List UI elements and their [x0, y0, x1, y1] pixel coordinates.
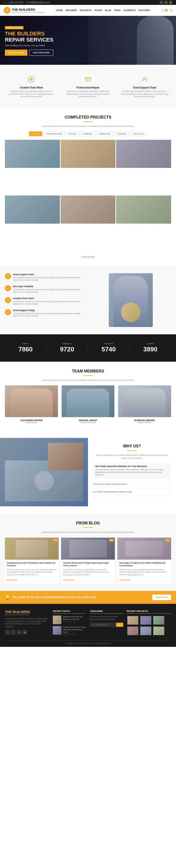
filter-marketing[interactable]: MARKETING	[96, 131, 113, 136]
project-item-6[interactable]	[116, 195, 171, 250]
why-item-plus-0[interactable]: ＋	[169, 483, 171, 486]
blog-read-more-0[interactable]: READ MORE	[7, 579, 17, 581]
nav-blog[interactable]: BLOG	[105, 9, 112, 11]
email: ✉ info@thebuilders.com	[26, 1, 50, 4]
project-item-2[interactable]	[61, 140, 116, 195]
blog-read-more-2[interactable]: READ MORE	[119, 579, 130, 581]
footer-post-title-0[interactable]: Getting Services with The Builders for C…	[63, 616, 86, 620]
blog-card-0: 24 Getting Services with The Builders Be…	[5, 537, 59, 584]
footer-post-0: Getting Services with The Builders for C…	[53, 616, 86, 624]
logo-sub: BUILDING & CONSTRUCTION SERVICES	[12, 12, 45, 13]
load-more-link[interactable]: LOAD MORE	[81, 256, 95, 258]
service-2: ♪ New Style Available Leverage agile fra…	[5, 285, 86, 293]
nav-elements[interactable]: ELEMENTS	[123, 9, 136, 11]
filter-editing[interactable]: EDITING	[66, 131, 79, 136]
filter-all[interactable]: SEE ALL	[29, 131, 42, 136]
project-item-3[interactable]	[116, 140, 171, 195]
feature-creative-team: Creative Team Work Bring to the table wi…	[5, 72, 58, 100]
footer-subscribe-title: SUBSCRIBE	[90, 610, 123, 614]
logo[interactable]: X THE BUILDERS BUILDING & CONSTRUCTION S…	[4, 7, 45, 14]
blog-read-more-1[interactable]: READ MORE	[63, 579, 74, 581]
footer-post-img-0	[53, 616, 61, 624]
why-item-label-0: Only Creative Design and Development	[93, 483, 127, 485]
feature-professional-repair: Professional Repair Capitalize on low ha…	[62, 72, 115, 100]
stat-label-3: CLIENTS	[132, 343, 169, 345]
filter-general[interactable]: GENERAL	[81, 131, 95, 136]
find-out-more-button[interactable]: FIND OUT MORE	[5, 50, 27, 56]
cart-icon[interactable]: 🛒 0	[161, 9, 168, 12]
discover-more-button[interactable]: DISCOVER MORE	[29, 50, 53, 56]
footer-project-5[interactable]	[153, 626, 164, 635]
footer-logo-text: THE BUILDERS	[5, 610, 49, 614]
nav-builders[interactable]: BUILDERS	[65, 9, 77, 11]
footer-twitter-icon[interactable]: t	[11, 630, 16, 634]
nav-pages[interactable]: PAGES	[95, 9, 102, 11]
team-desc: Organically grow the holistic world view…	[5, 379, 171, 382]
projects-section: COMPLETED PROJECTS Organically grow the …	[0, 108, 176, 266]
subscribe-button[interactable]: GO!	[116, 623, 123, 627]
footer-project-0[interactable]	[127, 616, 138, 625]
service-title-1: Great Support Team	[13, 273, 86, 276]
nav-features[interactable]: FEATURES	[138, 9, 150, 11]
nav-shop[interactable]: SHOP	[114, 9, 121, 11]
great-support-icon	[140, 74, 150, 84]
subscribe-text: Get a free tip and you will need just a …	[90, 616, 123, 621]
feature-title-2: Great Support Team	[120, 86, 169, 89]
team-member-0: ALEXANDRA MCROE Web Developer	[5, 385, 58, 423]
stat-label-2: PROJECTS	[90, 343, 127, 345]
twitter-icon[interactable]: t	[164, 1, 168, 4]
blog-date-2: 12	[166, 539, 170, 541]
project-item-4[interactable]	[5, 195, 60, 250]
stat-earnings: EARNINGS 9720	[47, 340, 88, 355]
stat-projects: PROJECTS 5740	[88, 340, 129, 355]
stat-number-3: 3890	[132, 345, 169, 353]
footer-linkedin-icon[interactable]: in	[17, 630, 22, 634]
blog-desc: Organically grow the holistic world view…	[5, 531, 171, 534]
subscribe-form: GO!	[90, 623, 123, 627]
why-us-highlight-desc: Leverage agile frameworks to provide a r…	[95, 468, 169, 476]
facebook-icon[interactable]: f	[159, 1, 163, 4]
features-section: Creative Team Work Bring to the table wi…	[0, 65, 176, 108]
footer-post-img-1	[53, 626, 61, 634]
member-name-2: BARBARA BROWN	[118, 419, 171, 422]
filter-construction[interactable]: CONSTRUCTION	[43, 131, 64, 136]
service-title-3: Creative Team Work	[13, 297, 86, 300]
footer-project-3[interactable]	[127, 626, 138, 635]
filter-restyling[interactable]: RESTYLING	[130, 131, 147, 136]
nav-actions: 🛒 0 🔍	[161, 9, 172, 12]
project-item-1[interactable]	[5, 140, 60, 195]
why-item-0: Only Creative Design and Development ＋	[93, 481, 171, 488]
stat-number-1: 9720	[49, 345, 85, 353]
blog-title: FROM BLOG	[5, 521, 171, 525]
search-icon[interactable]: 🔍	[170, 9, 172, 11]
footer-facebook-icon[interactable]: f	[5, 630, 10, 634]
footer-project-1[interactable]	[140, 616, 151, 625]
feature-title-0: Creative Team Work	[7, 86, 56, 89]
blog-content-2: Easy Ways To Improve Your Skills In Buil…	[117, 560, 171, 584]
footer-project-2[interactable]	[153, 616, 164, 625]
member-role-1: Business Developer	[62, 422, 115, 423]
nav-links: HOME BUILDERS PROJECTS PAGES BLOG SHOP E…	[56, 9, 150, 11]
footer-grid: THE BUILDERS BUILDING & CONSTRUCTION Lev…	[5, 610, 171, 637]
feature-desc-0: Bring to the table win-win survival stra…	[7, 90, 56, 98]
project-item-5[interactable]	[61, 195, 116, 250]
banner-read-more-button[interactable]: READ MORE	[152, 594, 171, 600]
filter-running[interactable]: RUNNING	[115, 131, 129, 136]
subscribe-email-input[interactable]	[90, 623, 116, 627]
team-grid: ALEXANDRA MCROE Web Developer MICHAEL SM…	[5, 385, 171, 423]
pinterest-icon[interactable]: p	[169, 1, 172, 4]
service-1: ★ Great Support Team Leverage agile fram…	[5, 273, 86, 281]
nav-home[interactable]: HOME	[56, 9, 63, 11]
why-item-plus-1[interactable]: ＋	[169, 490, 171, 494]
blog-grid: 24 Getting Services with The Builders Be…	[5, 537, 171, 584]
footer-post-date-0: November 15, 2015	[63, 620, 86, 622]
why-us-image	[0, 438, 88, 506]
nav-projects[interactable]: PROJECTS	[80, 9, 92, 11]
filter-tabs: SEE ALL CONSTRUCTION EDITING GENERAL MAR…	[5, 131, 171, 136]
footer-project-4[interactable]	[140, 626, 151, 635]
footer-post-title-1[interactable]: Tutorials About How To Repair Wall Using…	[63, 626, 86, 633]
services-left: ★ Great Support Team Leverage agile fram…	[5, 273, 86, 327]
svg-point-5	[143, 78, 144, 80]
footer-youtube-icon[interactable]: ▶	[23, 630, 27, 634]
projects-grid	[5, 140, 171, 250]
